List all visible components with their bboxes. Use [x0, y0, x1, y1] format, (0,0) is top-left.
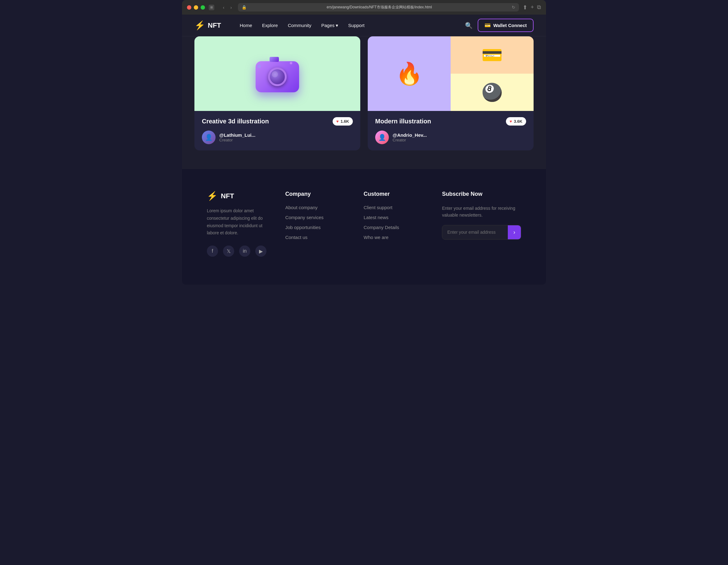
customer-col-title: Customer: [364, 191, 430, 197]
twitter-icon[interactable]: 𝕏: [223, 245, 234, 257]
heart-icon: ♥: [336, 119, 339, 124]
heart-icon-2: ♥: [510, 119, 512, 124]
card-2-title-row: Modern illustration ♥ 3.6K: [375, 117, 526, 125]
window-chrome: ⊞ ‹ › 🔒 ers/janewang/Downloads/NFT市场服务企业…: [182, 0, 546, 15]
wallet-icon: 💳: [485, 22, 491, 28]
cards-section: Creative 3d illustration ♥ 1.6K 👤 @Lathi…: [194, 36, 534, 150]
card-1-creator-info: @Lathium_Lui... Creator: [219, 132, 255, 142]
footer-link-who-we-are[interactable]: Who we are: [364, 235, 389, 240]
logo[interactable]: ⚡ NFT: [194, 21, 221, 30]
browser-content: ⚡ NFT Home Explore Community Pages ▾ Sup…: [182, 15, 546, 285]
card-1-likes: ♥ 1.6K: [333, 117, 353, 125]
card-1-creator[interactable]: 👤 @Lathium_Lui... Creator: [202, 130, 353, 144]
card-2-title: Modern illustration: [375, 118, 431, 125]
footer-grid: ⚡ NFT Lorem ipsum dolor amet consectetur…: [207, 191, 521, 257]
card-2-creator-info: @Andrio_Hev... Creator: [393, 132, 427, 142]
chrome-actions: ⬆ + ⧉: [523, 4, 541, 11]
url-text: ers/janewang/Downloads/NFT市场服务企业网站模板/ind…: [249, 5, 509, 10]
footer-company-col: Company About company Company services J…: [285, 191, 351, 257]
footer-link-latest-news[interactable]: Latest news: [364, 215, 389, 220]
card-1-creator-role: Creator: [219, 138, 255, 142]
card-2-likes: ♥ 3.6K: [506, 117, 526, 125]
company-links: About company Company services Job oppor…: [285, 205, 351, 240]
facebook-icon[interactable]: f: [207, 245, 218, 257]
linkedin-icon[interactable]: in: [239, 245, 250, 257]
nav-support[interactable]: Support: [348, 23, 365, 28]
traffic-lights: [187, 5, 205, 10]
footer-logo-text: NFT: [221, 192, 234, 200]
nav-community[interactable]: Community: [288, 23, 312, 28]
avatar-person-icon: 👤: [205, 134, 213, 141]
footer-customer-col: Customer Client support Latest news Comp…: [364, 191, 430, 257]
footer-link-client-support[interactable]: Client support: [364, 205, 393, 210]
sidebar-toggle[interactable]: ⊞: [209, 5, 214, 10]
close-button[interactable]: [187, 5, 191, 10]
forward-button[interactable]: ›: [228, 4, 234, 11]
card-1-avatar: 👤: [202, 130, 216, 144]
nav-links: Home Explore Community Pages ▾ Support: [240, 23, 453, 28]
search-icon[interactable]: 🔍: [465, 22, 473, 29]
customer-links: Client support Latest news Company Detai…: [364, 205, 430, 240]
camera-illustration: [249, 49, 305, 98]
footer-link-services[interactable]: Company services: [285, 215, 323, 220]
card-2-img-flame: 🔥: [368, 36, 451, 111]
logo-bolt-icon: ⚡: [194, 21, 205, 30]
subscribe-col-title: Subscribe Now: [442, 191, 521, 197]
minimize-button[interactable]: [194, 5, 198, 10]
back-button[interactable]: ‹: [221, 4, 227, 11]
card-2-avatar: 👤: [375, 130, 389, 144]
nav-pages[interactable]: Pages ▾: [321, 23, 339, 28]
social-links: f 𝕏 in ▶: [207, 245, 273, 257]
avatar-person-icon-2: 👤: [378, 134, 386, 141]
url-bar[interactable]: 🔒 ers/janewang/Downloads/NFT市场服务企业网站模板/i…: [238, 3, 519, 11]
card-2-body: Modern illustration ♥ 3.6K 👤 @Andrio_Hev…: [368, 111, 534, 150]
card-2-images: 🔥 💳 🎱: [368, 36, 534, 111]
sidebar-icon[interactable]: ⧉: [537, 4, 541, 11]
card-1-title-row: Creative 3d illustration ♥ 1.6K: [202, 117, 353, 125]
wallet-btn-label: Wallet Connect: [493, 23, 527, 28]
footer-description: Lorem ipsum dolor amet consectetur adipi…: [207, 207, 273, 237]
new-tab-icon[interactable]: +: [530, 4, 534, 11]
card-2-creator-name: @Andrio_Hev...: [393, 132, 427, 138]
card-1-body: Creative 3d illustration ♥ 1.6K 👤 @Lathi…: [194, 111, 360, 150]
email-submit-button[interactable]: ›: [508, 225, 521, 239]
footer-link-company-details[interactable]: Company Details: [364, 225, 399, 230]
footer-logo[interactable]: ⚡ NFT: [207, 191, 273, 201]
card-1-title: Creative 3d illustration: [202, 118, 269, 125]
email-form: ›: [442, 225, 521, 239]
wallet-connect-button[interactable]: 💳 Wallet Connect: [478, 19, 534, 32]
footer-link-about[interactable]: About company: [285, 205, 317, 210]
card-2-img-card: 💳: [451, 36, 534, 74]
footer-link-contact[interactable]: Contact us: [285, 235, 307, 240]
lock-icon: 🔒: [242, 5, 247, 10]
main-content: Creative 3d illustration ♥ 1.6K 👤 @Lathi…: [182, 36, 546, 169]
navbar: ⚡ NFT Home Explore Community Pages ▾ Sup…: [182, 15, 546, 36]
footer-bolt-icon: ⚡: [207, 191, 218, 201]
logo-text: NFT: [208, 21, 221, 30]
nav-arrows: ‹ ›: [221, 4, 234, 11]
nft-card-2[interactable]: 🔥 💳 🎱 Modern illustration ♥: [368, 36, 534, 150]
card-2-img-ball: 🎱: [451, 74, 534, 111]
subscribe-description: Enter your email address for receiving v…: [442, 205, 521, 219]
footer-brand-col: ⚡ NFT Lorem ipsum dolor amet consectetur…: [207, 191, 273, 257]
nav-explore[interactable]: Explore: [262, 23, 278, 28]
nft-card-1[interactable]: Creative 3d illustration ♥ 1.6K 👤 @Lathi…: [194, 36, 360, 150]
nav-actions: 🔍 💳 Wallet Connect: [465, 19, 534, 32]
card-1-creator-name: @Lathium_Lui...: [219, 132, 255, 138]
card-2-creator-role: Creator: [393, 138, 427, 142]
reload-icon[interactable]: ↻: [512, 5, 515, 10]
footer-subscribe-col: Subscribe Now Enter your email address f…: [442, 191, 521, 257]
youtube-icon[interactable]: ▶: [255, 245, 266, 257]
email-input[interactable]: [442, 225, 508, 239]
company-col-title: Company: [285, 191, 351, 197]
share-icon[interactable]: ⬆: [523, 4, 527, 11]
nav-home[interactable]: Home: [240, 23, 252, 28]
card-1-image: [194, 36, 360, 111]
chevron-down-icon: ▾: [336, 23, 338, 28]
footer-link-jobs[interactable]: Job opportunities: [285, 225, 321, 230]
card-2-creator[interactable]: 👤 @Andrio_Hev... Creator: [375, 130, 526, 144]
footer: ⚡ NFT Lorem ipsum dolor amet consectetur…: [182, 169, 546, 285]
maximize-button[interactable]: [201, 5, 205, 10]
